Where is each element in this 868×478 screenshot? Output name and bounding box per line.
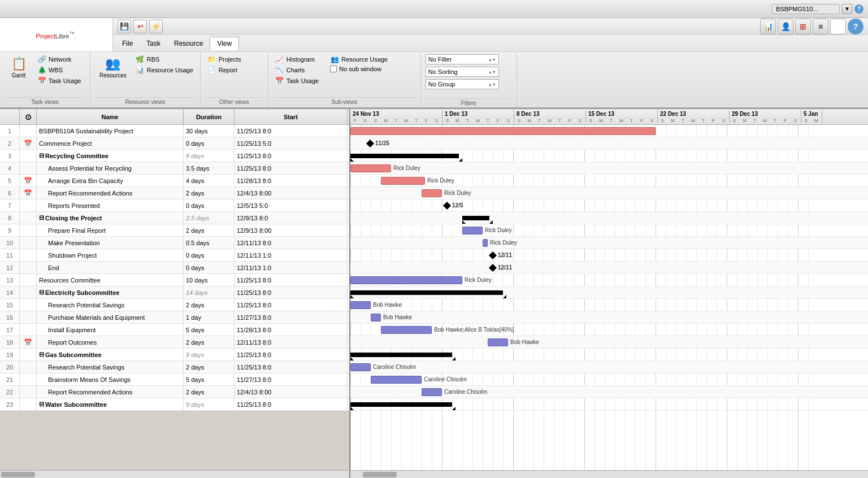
no-filter-dropdown[interactable]: No Filter ▲▼ xyxy=(426,54,499,64)
table-row[interactable]: 19 ⊟Gas Subcommittee 9 days 11/25/13 8:0 xyxy=(0,349,349,361)
ribbon-report-btn[interactable]: 📄 Report xyxy=(205,65,244,75)
table-row[interactable]: 12 End 0 days 12/11/13 1:0 xyxy=(0,262,349,274)
chart-scrollbar-thumb[interactable] xyxy=(363,472,397,477)
ribbon-no-subwindow-btn[interactable]: No sub window xyxy=(328,65,390,73)
gantt-bar-row: Bob Hawke xyxy=(350,311,868,324)
gantt-scrollbar-thumb[interactable] xyxy=(1,472,35,477)
table-row[interactable]: 3 ⊟Recycling Committee 9 days 11/25/13 8… xyxy=(0,150,349,162)
cell-num: 16 xyxy=(0,311,20,323)
save-icon[interactable]: 💾 xyxy=(118,20,131,33)
timeline-week: 22 Dec 13SMTWTFS xyxy=(658,110,730,123)
table-row[interactable]: 13 Resources Committee 10 days 11/25/13 … xyxy=(0,274,349,286)
no-subwindow-checkbox[interactable] xyxy=(330,66,337,72)
cell-icon xyxy=(20,224,37,236)
chart-scrollbar-h[interactable] xyxy=(350,470,868,478)
cell-start: 11/25/13 8:0 xyxy=(235,349,348,360)
undo-icon[interactable]: ↩ xyxy=(133,20,147,33)
table-row[interactable]: 8 ⊟Closing the Project 2.5 days 12/9/13 … xyxy=(0,212,349,224)
table-row[interactable]: 14 ⊟Electricity Subcommittee 14 days 11/… xyxy=(0,286,349,299)
help-circle-btn[interactable]: ? xyxy=(848,19,863,34)
ribbon-resource-usage2-btn[interactable]: 👥 Resource Usage xyxy=(328,54,390,64)
table-row[interactable]: 21 Brainstorm Means Of Savings 5 days 11… xyxy=(0,373,349,386)
cell-start: 11/25/13 8:0 xyxy=(235,125,348,137)
table-row[interactable]: 18 📅 Report Outcomes 2 days 12/11/13 8:0 xyxy=(0,336,349,349)
table-btn[interactable]: ⊞ xyxy=(795,19,811,34)
no-group-dropdown[interactable]: No Group ▲▼ xyxy=(426,79,499,89)
histogram-label: Histogram xyxy=(287,56,315,63)
timeline-day: T xyxy=(750,118,760,123)
no-sorting-dropdown[interactable]: No Sorting ▲▼ xyxy=(426,67,499,77)
timeline-day: S xyxy=(442,118,453,123)
resources-btn[interactable]: 👥 Resources xyxy=(95,54,131,81)
projects-icon: 📁 xyxy=(207,55,216,64)
color-picker[interactable] xyxy=(830,19,846,34)
cell-start: 11/25/13 8:0 xyxy=(235,299,348,311)
cell-duration: 2 days xyxy=(184,386,235,398)
timeline-day: M xyxy=(453,118,463,123)
gantt-bar-row: Bob Hawke xyxy=(350,299,868,311)
cell-duration: 2 days xyxy=(184,187,235,199)
menu-view[interactable]: View xyxy=(210,37,239,50)
resource-usage-icon: 📊 xyxy=(136,66,145,75)
ribbon-network-btn[interactable]: 🔗 Network xyxy=(35,54,83,64)
gantt-bar-row: Caroline Chisolm xyxy=(350,373,868,386)
bar-label: Rick Duley xyxy=(427,177,454,184)
ribbon-wbs-btn[interactable]: 🌲 WBS xyxy=(35,65,83,75)
cell-start: 12/9/13 8:00 xyxy=(235,224,348,236)
no-filter-label: No Filter xyxy=(428,56,452,63)
cell-num: 1 xyxy=(0,125,20,137)
cell-icon: 📅 xyxy=(20,187,37,199)
menu-resource[interactable]: Resource xyxy=(167,37,210,50)
task-bar xyxy=(350,127,656,135)
gantt-bar-row: Bob Hawke xyxy=(350,336,868,349)
redo-icon[interactable]: ⚡ xyxy=(149,20,163,33)
gantt-table: ⊙ Name Duration Start 1 BSBPB510A Sustai… xyxy=(0,109,350,478)
person-chart-btn[interactable]: 👤 xyxy=(778,19,793,34)
table-row[interactable]: 5 📅 Arrange Extra Bin Capacity 4 days 11… xyxy=(0,175,349,187)
task-bar xyxy=(350,301,371,309)
cell-num: 15 xyxy=(0,299,20,311)
help-button[interactable]: ? xyxy=(854,5,863,14)
cell-name: Commence Project xyxy=(37,137,184,149)
table-row[interactable]: 22 Report Recommended Actions 2 days 12/… xyxy=(0,386,349,398)
gantt-btn[interactable]: 📋 Gantt xyxy=(5,54,33,81)
table-row[interactable]: 10 Make Presentation 0.5 days 12/11/13 8… xyxy=(0,237,349,249)
logo-tm-text: ™ xyxy=(69,31,75,37)
table-row[interactable]: 23 ⊟Water Subcommittee 9 days 11/25/13 8… xyxy=(0,398,349,411)
table-row[interactable]: 17 Install Equipment 5 days 11/28/13 8:0 xyxy=(0,324,349,336)
bar-label: 12/5 xyxy=(452,202,463,208)
table-row[interactable]: 4 Assess Potential for Recycling 3.5 day… xyxy=(0,162,349,175)
table-row[interactable]: 7 Reports Presented 0 days 12/5/13 5:0 xyxy=(0,199,349,212)
table-row[interactable]: 16 Purchase Materials and Equipment 1 da… xyxy=(0,311,349,324)
timeline-day: T xyxy=(555,118,565,123)
table-row[interactable]: 15 Research Potential Savings 2 days 11/… xyxy=(0,299,349,311)
bar-label: Rick Duley xyxy=(444,190,471,196)
ribbon-projects-btn[interactable]: 📁 Projects xyxy=(205,54,244,64)
cell-duration: 9 days xyxy=(184,398,235,410)
wbs-label: WBS xyxy=(49,67,63,73)
table-row[interactable]: 11 Shutdown Project 0 days 12/11/13 1:0 xyxy=(0,249,349,262)
ribbon-rbs-btn[interactable]: 🌿 RBS xyxy=(133,54,196,64)
menu-file[interactable]: File xyxy=(115,37,140,50)
table-row[interactable]: 6 📅 Report Recommended Actions 2 days 12… xyxy=(0,187,349,199)
ribbon-task-usage-btn[interactable]: 📅 Task Usage xyxy=(35,76,83,86)
ribbon-resource-usage-btn[interactable]: 📊 Resource Usage xyxy=(133,65,196,75)
window-expand[interactable]: ▼ xyxy=(842,4,852,14)
table-row[interactable]: 1 BSBPB510A Sustainability Project 30 da… xyxy=(0,125,349,137)
quick-access-toolbar: 💾 ↩ ⚡ 📊 👤 ⊞ ≡ ? xyxy=(113,18,868,35)
ribbon-histogram-btn[interactable]: 📈 Histogram xyxy=(273,54,321,64)
gantt-bar-row: Caroline Chisolm xyxy=(350,361,868,373)
list-btn[interactable]: ≡ xyxy=(813,19,828,34)
table-row[interactable]: 20 Research Potential Savings 2 days 11/… xyxy=(0,361,349,373)
menu-bar: File Task Resource View xyxy=(113,35,868,52)
gantt-scrollbar-h[interactable] xyxy=(0,470,349,478)
ribbon-sub-task-usage-btn[interactable]: 📅 Task Usage xyxy=(273,76,321,86)
bar-chart-btn[interactable]: 📊 xyxy=(760,19,776,34)
timeline-week: 5 JanSM xyxy=(801,110,822,123)
menu-task[interactable]: Task xyxy=(140,37,167,50)
ribbon-charts-btn[interactable]: 📉 Charts xyxy=(273,65,321,75)
table-row[interactable]: 2 📅 Commence Project 0 days 11/25/13 5:0 xyxy=(0,137,349,150)
gantt-label: Gantt xyxy=(12,72,25,79)
table-row[interactable]: 9 Prepare Final Report 2 days 12/9/13 8:… xyxy=(0,224,349,237)
cell-start: 11/25/13 8:0 xyxy=(235,162,348,174)
